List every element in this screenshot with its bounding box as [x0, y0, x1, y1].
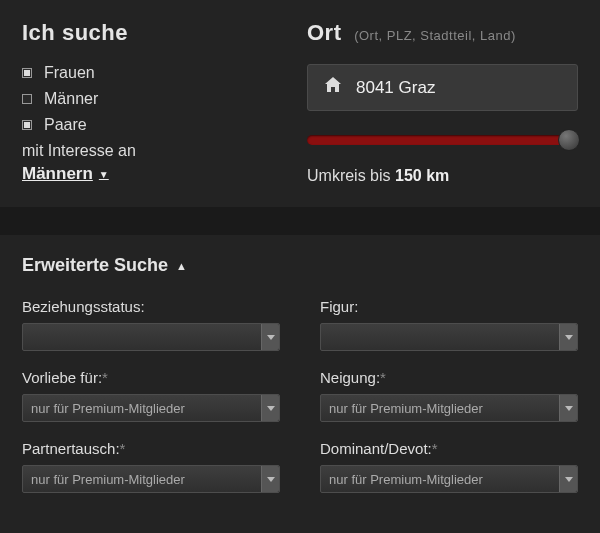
- swap-select[interactable]: nur für Premium-Mitglieder: [22, 465, 280, 493]
- checkbox-couples[interactable]: [22, 120, 32, 130]
- domsub-value: nur für Premium-Mitglieder: [329, 472, 483, 487]
- location-value: 8041 Graz: [356, 78, 435, 98]
- advanced-heading: Erweiterte Suche: [22, 255, 168, 276]
- checkbox-women-label: Frauen: [44, 64, 95, 82]
- radius-slider-thumb[interactable]: [558, 129, 580, 151]
- domsub-select[interactable]: nur für Premium-Mitglieder: [320, 465, 578, 493]
- swap-label: Partnertausch:*: [22, 440, 280, 457]
- checkbox-men-label: Männer: [44, 90, 98, 108]
- interest-dropdown[interactable]: Männern ▼: [22, 164, 109, 184]
- search-column: Ich suche Frauen Männer Paare mit Intere…: [22, 20, 277, 185]
- select-arrow-icon: [559, 466, 577, 492]
- checkbox-women[interactable]: [22, 68, 32, 78]
- relationship-select[interactable]: [22, 323, 280, 351]
- select-arrow-icon: [559, 324, 577, 350]
- location-hint: (Ort, PLZ, Stadtteil, Land): [354, 28, 516, 43]
- select-arrow-icon: [261, 395, 279, 421]
- checkbox-couples-row[interactable]: Paare: [22, 116, 277, 134]
- radius-label: Umkreis bis 150 km: [307, 167, 578, 185]
- home-icon: [324, 77, 342, 98]
- preference-value: nur für Premium-Mitglieder: [31, 401, 185, 416]
- swap-value: nur für Premium-Mitglieder: [31, 472, 185, 487]
- checkbox-men[interactable]: [22, 94, 32, 104]
- preference-label: Vorliebe für:*: [22, 369, 280, 386]
- chevron-up-icon: ▲: [176, 260, 187, 272]
- checkbox-men-row[interactable]: Männer: [22, 90, 277, 108]
- radius-slider[interactable]: [307, 135, 578, 145]
- advanced-toggle[interactable]: Erweiterte Suche ▲: [22, 255, 578, 276]
- relationship-label: Beziehungsstatus:: [22, 298, 280, 315]
- search-heading: Ich suche: [22, 20, 277, 46]
- interest-label: mit Interesse an: [22, 142, 277, 160]
- radius-value: 150 km: [395, 167, 449, 184]
- select-arrow-icon: [261, 324, 279, 350]
- inclination-select[interactable]: nur für Premium-Mitglieder: [320, 394, 578, 422]
- interest-value: Männern: [22, 164, 93, 184]
- location-column: Ort (Ort, PLZ, Stadtteil, Land) 8041 Gra…: [307, 20, 578, 185]
- figure-select[interactable]: [320, 323, 578, 351]
- inclination-label: Neigung:*: [320, 369, 578, 386]
- select-arrow-icon: [559, 395, 577, 421]
- figure-label: Figur:: [320, 298, 578, 315]
- advanced-panel: Erweiterte Suche ▲ Beziehungsstatus: Vor…: [0, 235, 600, 533]
- domsub-label: Dominant/Devot:*: [320, 440, 578, 457]
- select-arrow-icon: [261, 466, 279, 492]
- chevron-down-icon: ▼: [99, 169, 109, 180]
- location-heading-text: Ort: [307, 20, 342, 45]
- checkbox-couples-label: Paare: [44, 116, 87, 134]
- checkbox-women-row[interactable]: Frauen: [22, 64, 277, 82]
- location-heading: Ort (Ort, PLZ, Stadtteil, Land): [307, 20, 578, 46]
- radius-prefix: Umkreis bis: [307, 167, 395, 184]
- preference-select[interactable]: nur für Premium-Mitglieder: [22, 394, 280, 422]
- inclination-value: nur für Premium-Mitglieder: [329, 401, 483, 416]
- location-input[interactable]: 8041 Graz: [307, 64, 578, 111]
